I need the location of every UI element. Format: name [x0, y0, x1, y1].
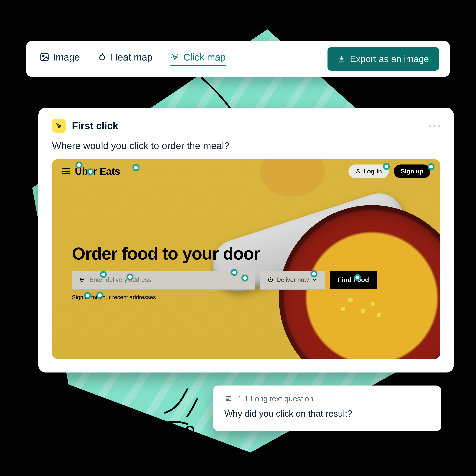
screenshot-under-test: Uber Eats Log in Sign up Order food to y…: [52, 159, 440, 359]
address-input[interactable]: [89, 276, 248, 283]
click-dot: [231, 269, 238, 276]
signup-button[interactable]: Sign up: [394, 165, 430, 178]
cursor-click-icon: [170, 52, 180, 62]
click-dot: [311, 270, 317, 277]
address-field[interactable]: [72, 271, 255, 289]
chevron-down-icon: [312, 277, 318, 283]
card-overflow-menu[interactable]: [429, 125, 440, 127]
annotation-burst: [150, 384, 220, 454]
find-food-button[interactable]: Find Food: [330, 271, 377, 289]
export-button-label: Export as an image: [350, 54, 429, 64]
svg-point-3: [81, 279, 83, 280]
click-dot: [133, 164, 139, 171]
click-dot: [428, 163, 434, 170]
svg-point-1: [43, 55, 44, 57]
delivery-time-label: Deliver now: [276, 276, 309, 283]
flame-icon: [97, 52, 107, 62]
click-dot: [76, 162, 82, 169]
signup-label: Sign up: [401, 168, 424, 175]
tab-clickmap-label: Click map: [183, 51, 226, 63]
card-type-label: First click: [72, 120, 118, 132]
click-dot: [100, 271, 107, 278]
login-label: Log in: [363, 168, 382, 175]
find-food-label: Find Food: [338, 276, 369, 283]
view-toolbar: Image Heat map Click map Export as an im…: [26, 41, 450, 77]
followup-type-label: 1.1 Long text question: [238, 394, 313, 403]
click-dot: [84, 292, 91, 299]
first-click-card: First click Where would you click to ord…: [38, 108, 454, 373]
click-dot: [87, 169, 94, 175]
brand-logo[interactable]: Uber Eats: [75, 166, 120, 177]
pin-icon: [79, 277, 85, 283]
login-button[interactable]: Log in: [348, 165, 389, 178]
tab-heatmap[interactable]: Heat map: [97, 51, 153, 66]
followup-card: 1.1 Long text question Why did you click…: [213, 386, 441, 431]
first-click-badge: [52, 119, 66, 133]
hamburger-menu[interactable]: [62, 168, 70, 174]
click-dot: [383, 163, 390, 170]
click-dot: [127, 273, 133, 280]
tab-image-label: Image: [53, 51, 80, 63]
tab-image[interactable]: Image: [40, 51, 80, 66]
tab-clickmap[interactable]: Click map: [170, 51, 226, 66]
followup-question: Why did you click on that result?: [224, 408, 430, 419]
hero-heading: Order food to your door: [72, 244, 260, 264]
click-dot: [354, 274, 361, 281]
order-search-bar: Deliver now Find Food: [72, 271, 377, 289]
svg-point-2: [357, 170, 359, 171]
download-icon: [338, 55, 346, 63]
image-icon: [40, 52, 49, 62]
cursor-click-icon: [54, 121, 63, 130]
click-dot: [96, 292, 103, 299]
export-button[interactable]: Export as an image: [327, 47, 439, 71]
tab-heatmap-label: Heat map: [111, 51, 153, 63]
clock-icon: [268, 277, 273, 283]
long-text-icon: [224, 395, 232, 403]
user-icon: [355, 169, 361, 174]
click-dot: [241, 274, 248, 281]
card-question: Where would you click to order the meal?: [38, 140, 454, 159]
